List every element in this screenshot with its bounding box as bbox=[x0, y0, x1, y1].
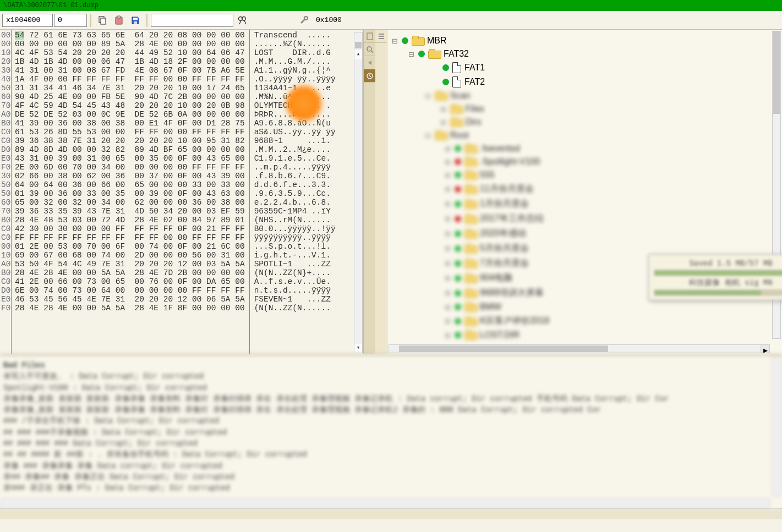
svg-rect-1 bbox=[101, 18, 106, 24]
collapse-icon[interactable]: ⊟ bbox=[407, 50, 415, 58]
save-button[interactable] bbox=[128, 13, 143, 28]
search-input[interactable] bbox=[151, 14, 233, 27]
expand-icon[interactable]: ⊞ bbox=[444, 259, 451, 267]
back-icon[interactable] bbox=[364, 56, 375, 69]
folder-icon bbox=[464, 199, 477, 209]
status-dot-icon bbox=[455, 201, 461, 207]
tree-item[interactable]: ⊞BMW bbox=[444, 300, 779, 314]
tree-item[interactable]: ⊞11月份月度会 bbox=[444, 182, 779, 196]
expand-icon[interactable]: ⊞ bbox=[444, 145, 451, 153]
clock-icon[interactable] bbox=[364, 69, 375, 83]
tree-item-label: 904电脑 bbox=[480, 272, 512, 284]
find-button[interactable] bbox=[234, 13, 250, 28]
folder-icon bbox=[435, 130, 447, 140]
tree-side-buttons bbox=[375, 30, 387, 354]
tree-label: Root bbox=[450, 130, 469, 140]
tree-item[interactable]: ⊞5月份月度会 bbox=[444, 241, 779, 256]
list-icon[interactable] bbox=[375, 30, 387, 43]
tree-item[interactable]: ⊞1月份月度会 bbox=[444, 196, 779, 211]
folder-icon bbox=[450, 117, 462, 127]
tree-pane: ⊟ MBR ⊟ FAT32 FAT1 FAT2 bbox=[375, 30, 782, 354]
sector-input[interactable] bbox=[54, 14, 87, 27]
expand-icon[interactable]: ⊞ bbox=[444, 274, 451, 282]
expand-icon[interactable]: ⊞ bbox=[444, 158, 451, 166]
tree-item[interactable]: ⊞.Spotlight-V100 bbox=[444, 155, 779, 168]
tree-item[interactable]: ⊞2020年感动 bbox=[444, 226, 779, 241]
copy-button[interactable] bbox=[95, 13, 110, 28]
tree-item[interactable]: ⊞555 bbox=[444, 168, 779, 182]
status-dot-icon bbox=[402, 37, 408, 44]
tree-label: FAT2 bbox=[464, 77, 485, 87]
expand-icon[interactable]: ⊞ bbox=[444, 171, 451, 179]
scroll-down-icon[interactable]: ▾ bbox=[354, 344, 362, 353]
tree-node-scan[interactable]: ⊟ Scan bbox=[424, 89, 779, 102]
tree-node-mbr[interactable]: ⊟ MBR bbox=[391, 34, 779, 47]
tree-label: Dirs bbox=[466, 117, 481, 127]
tree-node-fat2[interactable]: FAT2 bbox=[431, 75, 779, 89]
tree-item[interactable]: ⊞2017年工作总结 bbox=[444, 211, 779, 226]
scroll-right-icon[interactable]: ▸ bbox=[761, 345, 769, 353]
status-bar bbox=[0, 508, 782, 519]
scroll-thumb[interactable] bbox=[773, 31, 780, 114]
tools-button[interactable] bbox=[296, 13, 311, 28]
tree-body[interactable]: ⊟ MBR ⊟ FAT32 FAT1 FAT2 bbox=[387, 30, 782, 354]
expand-icon[interactable]: ⊞ bbox=[444, 200, 451, 208]
status-dot-icon bbox=[455, 245, 461, 252]
scroll-up-icon[interactable]: ▴ bbox=[354, 50, 362, 59]
status-dot-icon bbox=[455, 231, 461, 237]
status-dot-icon bbox=[455, 318, 461, 325]
collapse-icon[interactable]: ⊟ bbox=[424, 131, 431, 140]
tree-item-label: 7月份月度会 bbox=[480, 257, 529, 269]
collapse-icon[interactable]: ⊟ bbox=[391, 37, 398, 45]
tree-item[interactable]: ⊞LOST.DIR bbox=[444, 328, 779, 342]
progress-dialog: Saved 1.5 MB/57 MB 科技摄像 相机 sig MN ‖ ✕ bbox=[648, 254, 782, 300]
status-dot-icon bbox=[455, 332, 461, 338]
expand-icon[interactable]: ⊞ bbox=[444, 317, 451, 325]
status-dot-icon bbox=[455, 290, 461, 297]
tree-hscrollbar[interactable]: ▸ bbox=[389, 344, 770, 353]
tree-label: FAT1 bbox=[464, 63, 485, 73]
expand-icon[interactable]: ⊞ bbox=[444, 215, 451, 223]
tree-item[interactable]: ⊞K区客户评价2018 bbox=[444, 314, 779, 328]
expand-icon[interactable]: ⊞ bbox=[444, 244, 451, 253]
log-vscrollbar[interactable] bbox=[772, 357, 781, 496]
expand-icon[interactable]: ⊞ bbox=[444, 289, 451, 297]
tree-item[interactable]: ⊞.fseventsd bbox=[444, 142, 779, 155]
tree-item-label: 5月份月度会 bbox=[480, 243, 529, 254]
expand-icon[interactable]: ⊞ bbox=[439, 118, 447, 127]
tree-node-files[interactable]: ⊞ Files bbox=[439, 102, 779, 116]
search-icon[interactable] bbox=[364, 43, 375, 56]
expand-icon[interactable]: ⊞ bbox=[439, 105, 447, 113]
status-dot-icon bbox=[455, 186, 461, 193]
tree-node-fat1[interactable]: FAT1 bbox=[431, 61, 779, 75]
folder-icon bbox=[464, 244, 477, 254]
tree-node-dirs[interactable]: ⊞ Dirs bbox=[439, 116, 779, 129]
status-dot-icon bbox=[455, 260, 461, 267]
svg-rect-4 bbox=[133, 18, 138, 20]
scroll-thumb[interactable] bbox=[399, 345, 608, 352]
folder-icon bbox=[428, 49, 440, 59]
tree-item-label: BMW bbox=[480, 302, 501, 312]
file-icon bbox=[452, 62, 461, 73]
expand-icon[interactable]: ⊞ bbox=[444, 331, 451, 339]
hex-bytes-column[interactable]: 54 72 61 6E 73 63 65 6E 64 20 20 08 00 0… bbox=[11, 30, 250, 354]
ascii-scrollbar[interactable]: ▴ ▾ bbox=[354, 32, 363, 353]
log-pane: Bad Files未写入不可更改。 : Data Corrupt; Dir co… bbox=[0, 354, 782, 508]
tree-node-root[interactable]: ⊟ Root bbox=[424, 129, 779, 142]
expand-icon[interactable]: ⊞ bbox=[444, 229, 451, 238]
bookmark-icon[interactable] bbox=[364, 30, 375, 43]
expand-icon[interactable]: ⊞ bbox=[444, 303, 451, 311]
status-dot-icon bbox=[455, 216, 461, 222]
tree-label: FAT32 bbox=[444, 49, 469, 59]
tree-node-fat32[interactable]: ⊟ FAT32 bbox=[407, 47, 779, 61]
expand-icon[interactable]: ⊞ bbox=[444, 185, 451, 193]
offset-input[interactable] bbox=[2, 14, 53, 27]
status-dot-icon bbox=[442, 79, 449, 85]
paste-button[interactable] bbox=[111, 13, 127, 28]
folder-icon bbox=[464, 302, 477, 312]
log-hscrollbar[interactable] bbox=[1, 498, 770, 507]
svg-line-13 bbox=[371, 51, 373, 53]
scroll-thumb[interactable] bbox=[355, 42, 362, 48]
tree-item-label: 1月份月度会 bbox=[480, 198, 529, 210]
collapse-icon[interactable]: ⊟ bbox=[424, 92, 431, 100]
